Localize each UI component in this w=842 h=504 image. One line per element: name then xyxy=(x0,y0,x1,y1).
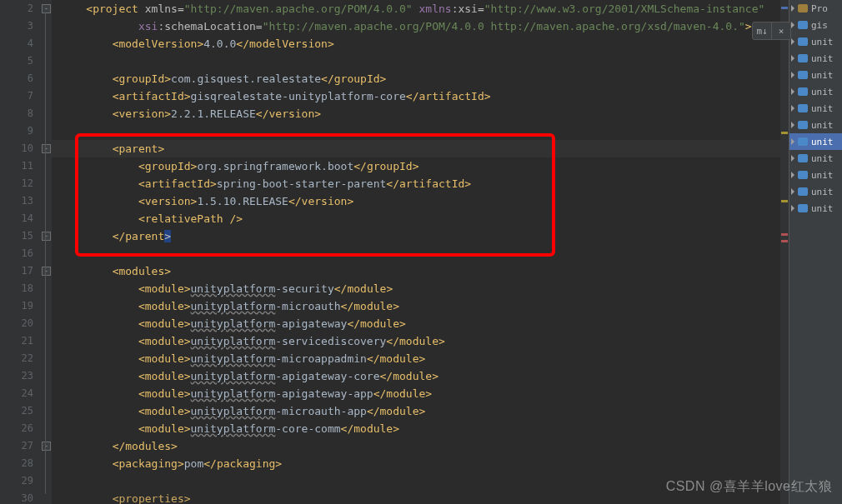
line-number: 17 xyxy=(0,262,40,280)
code-line[interactable]: <module>unityplatform-servicediscovery</… xyxy=(52,332,789,350)
module-icon xyxy=(798,37,808,46)
line-number: 13 xyxy=(0,192,40,210)
module-icon xyxy=(798,87,808,96)
project-tree-item[interactable]: unit xyxy=(789,67,842,83)
stripe-marker[interactable] xyxy=(781,233,788,236)
chevron-right-icon xyxy=(791,55,794,62)
maven-reimport-icon[interactable]: m↓ xyxy=(753,22,771,39)
project-tree-label: unit xyxy=(811,137,834,147)
line-number: 26 xyxy=(0,420,40,437)
line-number: 9 xyxy=(0,122,40,140)
fold-toggle-icon[interactable]: - xyxy=(42,267,51,276)
code-line[interactable]: </modules> xyxy=(52,437,789,455)
error-stripe[interactable] xyxy=(780,0,789,504)
code-line[interactable]: <modules> xyxy=(52,262,789,280)
line-number: 22 xyxy=(0,350,40,367)
module-icon xyxy=(798,187,808,196)
code-line[interactable] xyxy=(52,245,789,262)
code-line[interactable]: <properties> xyxy=(52,490,789,504)
code-line[interactable]: <relativePath /> xyxy=(52,210,789,227)
project-tree-item[interactable]: unit xyxy=(789,183,842,200)
module-icon xyxy=(798,54,808,62)
project-tree-item[interactable]: Pro xyxy=(789,0,842,17)
code-line[interactable]: <module>unityplatform-microauth-app</mod… xyxy=(52,402,789,420)
project-tree-label: Pro xyxy=(811,3,828,14)
project-tool-window[interactable]: Progisunitunitunitunitunitunitunitunitun… xyxy=(789,0,842,504)
line-number: 18 xyxy=(0,280,40,297)
chevron-right-icon xyxy=(791,38,794,45)
chevron-right-icon xyxy=(791,5,794,12)
project-tree-label: unit xyxy=(811,87,834,97)
code-line[interactable]: <modelVersion>4.0.0</modelVersion> xyxy=(52,35,789,52)
project-tree-item[interactable]: unit xyxy=(789,83,842,100)
code-line[interactable]: <module>unityplatform-security</module> xyxy=(52,280,789,297)
code-line[interactable]: <version>1.5.10.RELEASE</version> xyxy=(52,192,789,210)
project-tree-item[interactable]: unit xyxy=(789,50,842,67)
code-line[interactable]: <groupId>com.gisquest.realestate</groupI… xyxy=(52,70,789,87)
project-tree-label: unit xyxy=(811,37,834,47)
module-icon xyxy=(798,171,808,179)
line-number: 20 xyxy=(0,315,40,332)
project-tree-label: unit xyxy=(811,170,834,181)
project-tree-label: unit xyxy=(811,70,834,81)
line-number: 3 xyxy=(0,17,40,35)
module-icon xyxy=(798,121,808,129)
project-tree-item[interactable]: gis xyxy=(789,17,842,33)
code-line[interactable]: <packaging>pom</packaging> xyxy=(52,455,789,472)
fold-toggle-icon[interactable]: - xyxy=(42,442,51,451)
code-line[interactable]: </parent> xyxy=(52,227,789,245)
code-line[interactable]: xsi:schemaLocation="http://maven.apache.… xyxy=(52,17,789,35)
code-line[interactable]: <module>unityplatform-apigateway</module… xyxy=(52,315,789,332)
code-line[interactable]: <module>unityplatform-apigateway-core</m… xyxy=(52,367,789,385)
project-tree-item[interactable]: unit xyxy=(789,100,842,117)
chevron-right-icon xyxy=(791,172,794,178)
code-line[interactable]: <module>unityplatform-apigateway-app</mo… xyxy=(52,385,789,402)
chevron-right-icon xyxy=(791,138,794,145)
code-line[interactable] xyxy=(52,122,789,140)
project-tree-label: unit xyxy=(811,53,834,64)
floating-toolbar: m↓ × xyxy=(752,22,791,40)
code-line[interactable]: <parent> xyxy=(52,140,789,157)
project-tree-item[interactable]: unit xyxy=(789,167,842,183)
project-tree-item[interactable]: unit xyxy=(789,117,842,133)
fold-toggle-icon[interactable]: - xyxy=(42,4,51,13)
chevron-right-icon xyxy=(791,72,794,78)
stripe-marker[interactable] xyxy=(781,7,788,9)
stripe-marker[interactable] xyxy=(781,200,788,202)
project-icon xyxy=(798,4,808,12)
code-editor[interactable]: 2345678910111213141516171819202122232425… xyxy=(0,0,789,504)
code-line[interactable]: <version>2.2.1.RELEASE</version> xyxy=(52,105,789,122)
fold-column[interactable]: ----- xyxy=(40,0,52,504)
code-line[interactable]: <groupId>org.springframework.boot</group… xyxy=(52,157,789,175)
project-tree-item[interactable]: unit xyxy=(789,133,842,150)
line-number: 12 xyxy=(0,175,40,192)
code-area[interactable]: m↓ × <project xmlns="http://maven.apache… xyxy=(52,0,789,504)
line-number: 16 xyxy=(0,245,40,262)
stripe-marker[interactable] xyxy=(781,132,788,134)
code-line[interactable]: <artifactId>gisqrealestate-unityplatform… xyxy=(52,87,789,105)
code-line[interactable] xyxy=(52,472,789,490)
project-tree-label: unit xyxy=(811,187,834,197)
project-tree-item[interactable]: unit xyxy=(789,33,842,50)
chevron-right-icon xyxy=(791,22,794,28)
fold-toggle-icon[interactable]: - xyxy=(42,232,51,241)
code-line[interactable]: <module>unityplatform-core-comm</module> xyxy=(52,420,789,437)
code-line[interactable] xyxy=(52,52,789,70)
chevron-right-icon xyxy=(791,88,794,95)
line-number: 28 xyxy=(0,455,40,472)
project-tree-item[interactable]: unit xyxy=(789,150,842,167)
code-line[interactable]: <artifactId>spring-boot-starter-parent</… xyxy=(52,175,789,192)
project-tree-label: unit xyxy=(811,153,834,164)
line-number: 14 xyxy=(0,210,40,227)
chevron-right-icon xyxy=(791,105,794,112)
project-tree-item[interactable]: unit xyxy=(789,200,842,217)
close-icon[interactable]: × xyxy=(771,22,790,39)
line-number: 25 xyxy=(0,402,40,420)
code-line[interactable]: <project xmlns="http://maven.apache.org/… xyxy=(52,0,789,17)
stripe-marker[interactable] xyxy=(781,240,788,242)
fold-toggle-icon[interactable]: - xyxy=(42,144,51,153)
project-tree-label: gis xyxy=(811,20,828,31)
module-icon xyxy=(798,21,808,29)
code-line[interactable]: <module>unityplatform-microauth</module> xyxy=(52,297,789,315)
code-line[interactable]: <module>unityplatform-microappadmin</mod… xyxy=(52,350,789,367)
